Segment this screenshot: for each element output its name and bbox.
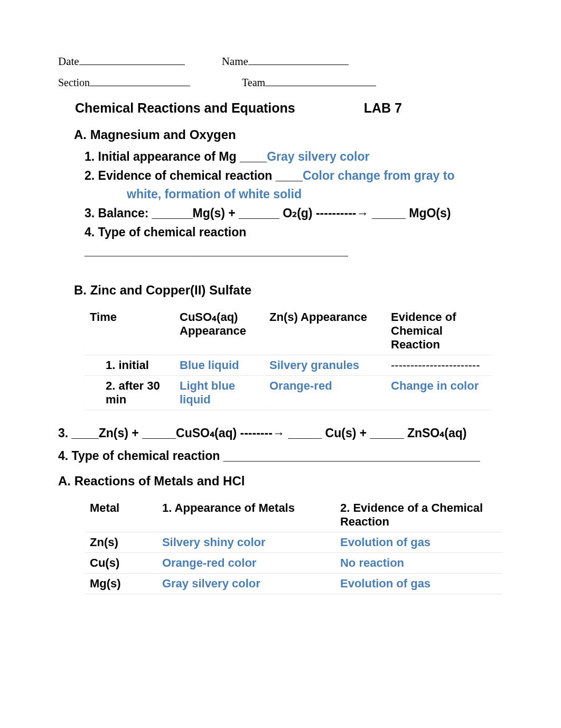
- row2-cuso4: Light blue liquid: [174, 375, 264, 410]
- metal-cu: Cu(s): [85, 552, 157, 573]
- th-metal: Metal: [85, 498, 157, 532]
- th-cuso4: CuSO₄(aq) Appearance: [174, 307, 264, 355]
- metal-zn-ev: Evolution of gas: [335, 532, 502, 552]
- th-appearance: 1. Appearance of Metals: [157, 498, 335, 532]
- th-time: Time: [85, 307, 174, 355]
- date-blank[interactable]: [79, 53, 185, 65]
- q1-label: 1. Initial appearance of Mg ____: [85, 150, 267, 163]
- section-b-equation: 3. ____Zn(s) + _____CuSO₄(aq) --------→ …: [58, 426, 503, 440]
- table-row: Zn(s) Silvery shiny color Evolution of g…: [85, 532, 502, 552]
- section-c-table: Metal 1. Appearance of Metals 2. Evidenc…: [85, 498, 502, 594]
- page-title: Chemical Reactions and Equations: [75, 100, 295, 116]
- table-header-row: Metal 1. Appearance of Metals 2. Evidenc…: [85, 498, 502, 532]
- table-row: Mg(s) Gray silvery color Evolution of ga…: [85, 573, 502, 594]
- row2-zn: Orange-red: [264, 375, 386, 410]
- q2-answer-line2: white, formation of white solid: [85, 185, 503, 204]
- section-c-heading: A. Reactions of Metals and HCl: [58, 474, 503, 489]
- th-zn: Zn(s) Appearance: [264, 307, 386, 355]
- q2-answer-line1: Color change from gray to: [303, 169, 455, 182]
- section-a-q3: 3. Balance: ______Mg(s) + ______ O₂(g) -…: [85, 204, 503, 223]
- metal-zn-app: Silvery shiny color: [157, 532, 335, 552]
- lab-number: LAB 7: [364, 100, 402, 116]
- q2-label: 2. Evidence of chemical reaction ____: [85, 169, 303, 182]
- date-label: Date: [58, 55, 79, 68]
- row2-evidence: Change in color: [386, 375, 491, 410]
- th-evidence: Evidence of Chemical Reaction: [386, 307, 491, 355]
- header-row-1: Date Name: [58, 53, 503, 68]
- section-a-q4: 4. Type of chemical reaction ___________…: [85, 223, 503, 261]
- section-b-table: Time CuSO₄(aq) Appearance Zn(s) Appearan…: [85, 307, 491, 410]
- metal-mg-app: Gray silvery color: [157, 573, 335, 594]
- row1-cuso4: Blue liquid: [174, 355, 264, 375]
- title-row: Chemical Reactions and Equations LAB 7: [75, 100, 503, 116]
- section-label: Section: [58, 77, 90, 88]
- metal-zn: Zn(s): [85, 532, 157, 552]
- metal-cu-app: Orange-red color: [157, 552, 335, 573]
- metal-mg: Mg(s): [85, 573, 157, 594]
- table-row: 2. after 30 min Light blue liquid Orange…: [85, 375, 491, 410]
- q1-answer: Gray silvery color: [267, 150, 369, 163]
- team-label: Team: [242, 77, 265, 88]
- header-row-2: Section Team: [58, 75, 503, 89]
- row1-time: 1. initial: [85, 355, 174, 375]
- section-b-type: 4. Type of chemical reaction ___________…: [58, 449, 503, 463]
- th-evidence-metal: 2. Evidence of a Chemical Reaction: [335, 498, 502, 532]
- row2-time: 2. after 30 min: [85, 375, 174, 410]
- row1-evidence: -----------------------: [386, 355, 491, 375]
- section-a-q2: 2. Evidence of chemical reaction ____Col…: [85, 167, 503, 204]
- metal-cu-ev: No reaction: [335, 552, 502, 573]
- team-blank[interactable]: [265, 75, 376, 86]
- metal-mg-ev: Evolution of gas: [335, 573, 502, 594]
- section-a-heading: A. Magnesium and Oxygen: [74, 127, 503, 142]
- section-blank[interactable]: [90, 75, 190, 86]
- section-b-heading: B. Zinc and Copper(II) Sulfate: [74, 283, 503, 298]
- name-label: Name: [222, 55, 248, 68]
- table-row: Cu(s) Orange-red color No reaction: [85, 552, 502, 573]
- table-row: 1. initial Blue liquid Silvery granules …: [85, 355, 491, 375]
- row1-zn: Silvery granules: [264, 355, 386, 375]
- section-a-q1: 1. Initial appearance of Mg ____Gray sil…: [85, 148, 503, 167]
- section-a-list: 1. Initial appearance of Mg ____Gray sil…: [85, 148, 503, 261]
- name-blank[interactable]: [248, 53, 349, 65]
- table-header-row: Time CuSO₄(aq) Appearance Zn(s) Appearan…: [85, 307, 491, 355]
